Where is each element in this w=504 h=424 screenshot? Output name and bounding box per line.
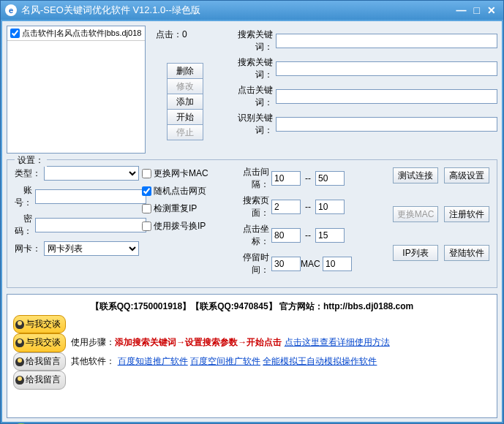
click-count: 点击：0 xyxy=(148,29,222,41)
modify-button[interactable]: 修改 xyxy=(167,78,203,94)
qq-icon xyxy=(15,357,24,366)
search-keyword-2-input[interactable] xyxy=(276,61,497,76)
page-a-input[interactable] xyxy=(271,200,301,214)
interval-b-input[interactable] xyxy=(315,171,345,186)
chat-badge-1[interactable]: 与我交谈 xyxy=(13,315,66,334)
close-button[interactable]: ✕ xyxy=(487,4,496,16)
advanced-settings-button[interactable]: 高级设置 xyxy=(444,167,489,183)
identify-keyword-label: 识别关键词： xyxy=(225,112,276,137)
maximize-button[interactable]: □ xyxy=(474,4,480,16)
add-button[interactable]: 添加 xyxy=(167,94,203,110)
contact-line: 【联系QQ:1750001918】【联系QQ:9470845】 官方网站：htt… xyxy=(13,299,491,315)
change-mac-checkbox[interactable] xyxy=(142,169,151,178)
qq-icon xyxy=(15,320,24,329)
login-button[interactable]: 登陆软件 xyxy=(444,245,489,261)
settings-legend: 设置： xyxy=(15,154,47,167)
msg-badge-2[interactable]: 给我留言 xyxy=(13,371,66,390)
nic-select[interactable]: 网卡列表 xyxy=(44,241,139,256)
delete-button[interactable]: 删除 xyxy=(167,63,203,79)
coord-a-input[interactable] xyxy=(271,228,301,243)
random-click-checkbox[interactable] xyxy=(142,186,151,196)
window-title: 名风-SEO关键词优化软件 V12.1.0--绿色版 xyxy=(21,4,456,17)
other-link-1[interactable]: 百度知道推广软件 xyxy=(118,356,188,366)
settings-group: 设置： 类型： 账号： 密码： 网卡：网卡列表 更换网卡MAC 随机点击网页 检… xyxy=(7,159,497,288)
stay-input[interactable] xyxy=(271,257,301,271)
search-keyword-2-label: 搜索关键词： xyxy=(225,56,276,81)
list-header[interactable]: 点击软件|名风点击软件|bbs.dj0188.com|鼠标连点 xyxy=(7,26,145,41)
ip-list-button[interactable]: IP列表 xyxy=(393,245,438,261)
type-select[interactable] xyxy=(44,166,139,181)
mac-input[interactable] xyxy=(323,257,352,271)
chat-badge-2[interactable]: 与我交谈 xyxy=(13,333,66,352)
app-icon: e xyxy=(5,4,17,16)
minimize-button[interactable]: — xyxy=(456,4,467,16)
coord-b-input[interactable] xyxy=(315,228,345,243)
interval-a-input[interactable] xyxy=(271,171,301,186)
identify-keyword-input[interactable] xyxy=(276,117,497,132)
qq-icon xyxy=(15,338,24,347)
task-list[interactable]: 点击软件|名风点击软件|bbs.dj0188.com|鼠标连点 xyxy=(7,26,146,154)
titlebar[interactable]: e 名风-SEO关键词优化软件 V12.1.0--绿色版 — □ ✕ xyxy=(1,1,503,20)
register-button[interactable]: 注册软件 xyxy=(444,206,489,222)
change-mac-button[interactable]: 更换MAC xyxy=(393,206,438,222)
click-keyword-label: 点击关键词： xyxy=(225,84,276,109)
detail-link[interactable]: 点击这里查看详细使用方法 xyxy=(285,337,390,347)
other-link-2[interactable]: 百度空间推广软件 xyxy=(190,356,260,366)
list-header-text: 点击软件|名风点击软件|bbs.dj0188.com|鼠标连点 xyxy=(22,28,142,39)
other-link-3[interactable]: 全能模拟王自动模拟操作软件 xyxy=(263,356,377,366)
qq-icon xyxy=(15,376,24,385)
app-window: e 名风-SEO关键词优化软件 V12.1.0--绿色版 — □ ✕ 点击软件|… xyxy=(0,0,504,424)
account-input[interactable] xyxy=(35,189,146,204)
search-keyword-1-label: 搜索关键词： xyxy=(225,29,276,53)
test-connection-button[interactable]: 测试连接 xyxy=(393,167,438,183)
footer: 非凡软件站 CRSKY.com 官方论坛：PSK.dj0188.com 联系QQ… xyxy=(7,421,497,424)
page-b-input[interactable] xyxy=(315,200,345,214)
check-dup-checkbox[interactable] xyxy=(142,204,151,213)
click-keyword-input[interactable] xyxy=(276,89,497,104)
search-keyword-1-input[interactable] xyxy=(276,34,497,48)
info-panel: 【联系QQ:1750001918】【联系QQ:9470845】 官方网站：htt… xyxy=(7,294,497,418)
client-area: 点击软件|名风点击软件|bbs.dj0188.com|鼠标连点 点击：0 删除 … xyxy=(2,21,502,422)
stop-button[interactable]: 停止 xyxy=(167,124,203,140)
password-input[interactable] xyxy=(35,218,146,232)
start-button[interactable]: 开始 xyxy=(167,109,203,125)
select-all-checkbox[interactable] xyxy=(10,29,20,38)
msg-badge-1[interactable]: 给我留言 xyxy=(13,352,66,371)
dialup-checkbox[interactable] xyxy=(142,222,151,231)
